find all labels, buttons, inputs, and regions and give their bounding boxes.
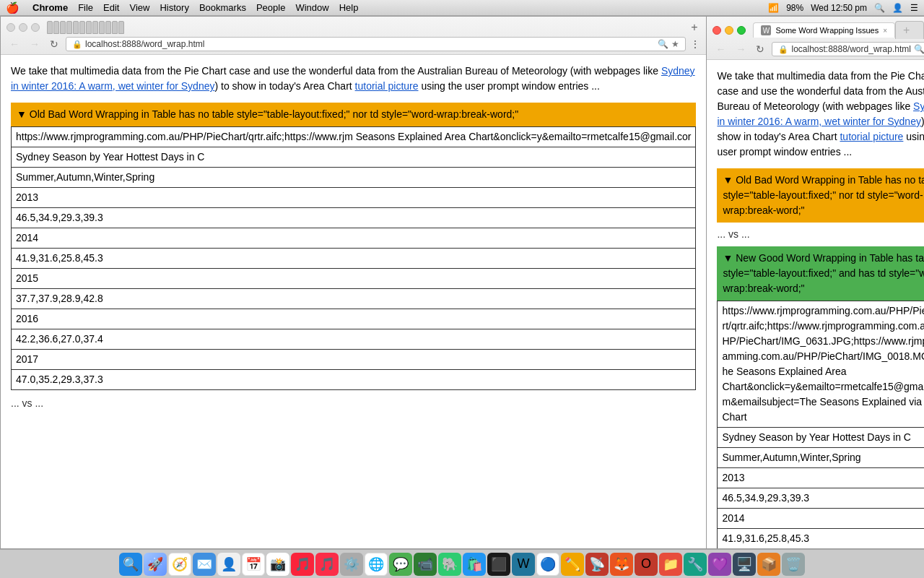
- left-address-bar[interactable]: 🔒 localhost:8888/word_wrap.html 🔍 ★: [66, 37, 686, 51]
- left-seasons-cell: Summer,Autumn,Winter,Spring: [12, 168, 696, 188]
- right-address-text: localhost:8888/word_wrap.html: [791, 44, 910, 54]
- table-row: Sydney Season by Year Hottest Days in C: [12, 147, 696, 168]
- right-active-tab[interactable]: W Some Word Wrapping Issues ×: [753, 22, 895, 38]
- bookmark-icon[interactable]: ★: [671, 39, 679, 49]
- battery-status: 98%: [786, 3, 803, 13]
- tl-close[interactable]: [6, 23, 15, 32]
- table-row: 2013: [718, 468, 924, 488]
- browser-menu-icon[interactable]: ⋮: [690, 38, 700, 50]
- apple-menu[interactable]: 🍎: [6, 1, 19, 14]
- table-row: https://www.rjmprogramming.com.au/PHP/Pi…: [12, 127, 696, 147]
- menu-chrome[interactable]: Chrome: [32, 2, 68, 13]
- table-row: 41.9,31.6,25.8,45.3: [12, 249, 696, 269]
- right-browser-content: We take that multimedia data from the Pi…: [707, 60, 924, 548]
- table-row: 42.2,36.6,27.0,37.4: [12, 329, 696, 350]
- right-new-table: https://www.rjmprogramming.com.au/PHP/Pi…: [717, 301, 924, 548]
- table-row: 2016: [12, 309, 696, 329]
- right-browser-chrome: W Some Word Wrapping Issues × + ← → ↻ 🔒 …: [707, 17, 924, 60]
- left-vals-2013: 46.5,34.9,29.3,39.3: [12, 208, 696, 228]
- tl-minimize-right[interactable]: [725, 26, 733, 35]
- back-button[interactable]: ←: [6, 37, 22, 51]
- left-browser-content: We take that multimedia data from the Pi…: [1, 55, 706, 548]
- reload-button[interactable]: ↻: [47, 37, 61, 51]
- right-link-tutorial[interactable]: tutorial picture: [840, 131, 903, 142]
- table-row: 2014: [12, 228, 696, 249]
- right-address-bar[interactable]: 🔒 localhost:8888/word_wrap.html 🔍 ★: [772, 42, 924, 56]
- table-row: 2017: [12, 350, 696, 370]
- menu-people[interactable]: People: [256, 2, 285, 13]
- left-link-sydney[interactable]: Sydney in winter 2016: A warm, wet winte…: [11, 65, 695, 92]
- left-browser-controls: ← → ↻ 🔒 localhost:8888/word_wrap.html 🔍 …: [6, 37, 700, 51]
- table-row: Sydney Season by Year Hottest Days in C: [718, 428, 924, 448]
- left-table-title-cell: Sydney Season by Year Hottest Days in C: [12, 147, 696, 168]
- right-vals-2013: 46.5,34.9,29.3,39.3: [718, 488, 924, 509]
- right-old-section-header: ▼ Old Bad Word Wrapping in Table has no …: [717, 168, 924, 223]
- right-inactive-tab[interactable]: +: [895, 21, 924, 39]
- tl-maximize[interactable]: [31, 23, 40, 32]
- left-vs-text: ... vs ...: [11, 396, 696, 411]
- table-row: 37.7,37.9,28.9,42.8: [12, 289, 696, 309]
- table-row: 2015: [12, 269, 696, 289]
- right-table-title-cell: Sydney Season by Year Hottest Days in C: [718, 428, 924, 448]
- table-row: 47.0,35.2,29.3,37.3: [12, 370, 696, 390]
- right-intro-text: We take that multimedia data from the Pi…: [717, 69, 924, 160]
- left-browser-window: + ← → ↻ 🔒 localhost:8888/word_wrap.html …: [0, 16, 707, 549]
- table-row: 46.5,34.9,29.3,39.3: [12, 208, 696, 228]
- left-vals-2015: 37.7,37.9,28.9,42.8: [12, 289, 696, 309]
- forward-button[interactable]: →: [27, 37, 43, 51]
- right-reload-button[interactable]: ↻: [753, 42, 767, 56]
- right-lock-icon: 🔒: [778, 45, 788, 54]
- right-browser-controls: ← → ↻ 🔒 localhost:8888/word_wrap.html 🔍 …: [712, 42, 924, 56]
- tl-minimize[interactable]: [19, 23, 27, 32]
- table-row: Summer,Autumn,Winter,Spring: [12, 168, 696, 188]
- wifi-icon: 📶: [768, 3, 779, 13]
- right-vals-2014: 41.9,31.6,25.8,45.3: [718, 529, 924, 549]
- left-browser-chrome: + ← → ↻ 🔒 localhost:8888/word_wrap.html …: [1, 17, 706, 55]
- user-icon[interactable]: 👤: [892, 3, 903, 13]
- search-icon[interactable]: 🔍: [874, 3, 885, 13]
- new-tab-button[interactable]: +: [688, 21, 700, 34]
- menu-file[interactable]: File: [78, 2, 93, 13]
- menu-help[interactable]: Help: [339, 2, 359, 13]
- left-year-2016: 2016: [12, 309, 696, 329]
- right-traffic-lights: [712, 26, 746, 35]
- right-search-icon[interactable]: 🔍: [914, 44, 924, 54]
- right-forward-button[interactable]: →: [733, 42, 749, 56]
- menubar: 🍎 Chrome File Edit View History Bookmark…: [0, 0, 924, 16]
- search-icon[interactable]: 🔍: [658, 39, 668, 49]
- tab-close-button[interactable]: ×: [883, 27, 887, 35]
- left-year-2013: 2013: [12, 188, 696, 208]
- table-row: 2013: [12, 188, 696, 208]
- left-link-tutorial[interactable]: tutorial picture: [355, 80, 419, 92]
- right-back-button[interactable]: ←: [712, 42, 728, 56]
- menu-history[interactable]: History: [160, 2, 188, 13]
- menu-view[interactable]: View: [129, 2, 149, 13]
- menubar-right: 📶 98% Wed 12:50 pm 🔍 👤 ☰: [768, 3, 918, 13]
- right-link-sydney[interactable]: Sydney in winter 2016: A warm, wet winte…: [717, 100, 924, 127]
- tl-close-right[interactable]: [712, 26, 721, 35]
- menu-edit[interactable]: Edit: [103, 2, 119, 13]
- tl-maximize-right[interactable]: [737, 26, 746, 35]
- left-vals-2014: 41.9,31.6,25.8,45.3: [12, 249, 696, 269]
- table-row: https://www.rjmprogramming.com.au/PHP/Pi…: [718, 301, 924, 428]
- left-old-url-cell: https://www.rjmprogramming.com.au/PHP/Pi…: [12, 127, 696, 147]
- table-row: Summer,Autumn,Winter,Spring: [718, 448, 924, 468]
- right-year-2014: 2014: [718, 509, 924, 529]
- left-tab-bar: +: [6, 21, 700, 34]
- right-new-url-cell: https://www.rjmprogramming.com.au/PHP/Pi…: [718, 301, 924, 428]
- menu-list-icon[interactable]: ☰: [910, 3, 918, 13]
- tab-favicon: W: [761, 25, 771, 35]
- left-address-text: localhost:8888/word_wrap.html: [85, 39, 655, 49]
- lock-icon: 🔒: [72, 40, 82, 49]
- right-year-2013: 2013: [718, 468, 924, 488]
- menu-window[interactable]: Window: [295, 2, 328, 13]
- right-tab-bar: W Some Word Wrapping Issues × +: [712, 21, 924, 39]
- table-row: 41.9,31.6,25.8,45.3: [718, 529, 924, 549]
- table-row: 46.5,34.9,29.3,39.3: [718, 488, 924, 509]
- right-browser-window: W Some Word Wrapping Issues × + ← → ↻ 🔒 …: [707, 16, 924, 549]
- menu-bookmarks[interactable]: Bookmarks: [199, 2, 246, 13]
- left-vals-2016: 42.2,36.6,27.0,37.4: [12, 329, 696, 350]
- left-vals-2017: 47.0,35.2,29.3,37.3: [12, 370, 696, 390]
- traffic-lights: [6, 23, 40, 32]
- right-vs-text: ... vs ...: [717, 227, 924, 242]
